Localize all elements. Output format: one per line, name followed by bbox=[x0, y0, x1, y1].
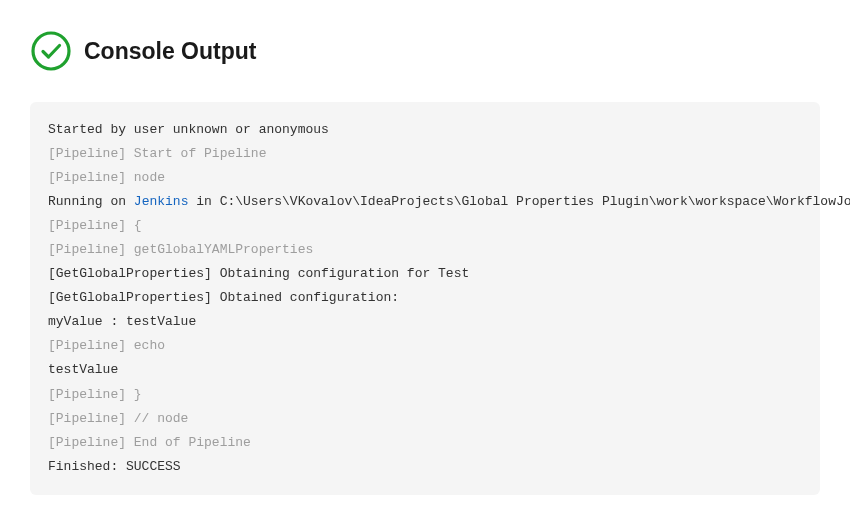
jenkins-link[interactable]: Jenkins bbox=[134, 194, 189, 209]
console-text: [GetGlobalProperties] Obtained configura… bbox=[48, 290, 399, 305]
console-text: [Pipeline] End of Pipeline bbox=[48, 435, 251, 450]
svg-point-0 bbox=[33, 33, 69, 69]
console-line: testValue bbox=[48, 358, 802, 382]
console-text: myValue : testValue bbox=[48, 314, 196, 329]
console-text: [Pipeline] { bbox=[48, 218, 142, 233]
console-text: [GetGlobalProperties] Obtaining configur… bbox=[48, 266, 469, 281]
console-line: [GetGlobalProperties] Obtained configura… bbox=[48, 286, 802, 310]
console-text: in C:\Users\VKovalov\IdeaProjects\Global… bbox=[188, 194, 850, 209]
console-text: [Pipeline] node bbox=[48, 170, 165, 185]
console-line: [Pipeline] node bbox=[48, 166, 802, 190]
console-line: Finished: SUCCESS bbox=[48, 455, 802, 479]
console-line: myValue : testValue bbox=[48, 310, 802, 334]
page-header: Console Output bbox=[30, 30, 820, 72]
console-line: [GetGlobalProperties] Obtaining configur… bbox=[48, 262, 802, 286]
console-line: [Pipeline] Start of Pipeline bbox=[48, 142, 802, 166]
console-text: [Pipeline] echo bbox=[48, 338, 165, 353]
console-text: Running on bbox=[48, 194, 134, 209]
console-line: [Pipeline] getGlobalYAMLProperties bbox=[48, 238, 802, 262]
console-text: Started by user unknown or anonymous bbox=[48, 122, 329, 137]
console-line: Running on Jenkins in C:\Users\VKovalov\… bbox=[48, 190, 802, 214]
console-line: [Pipeline] { bbox=[48, 214, 802, 238]
console-text: [Pipeline] } bbox=[48, 387, 142, 402]
console-line: Started by user unknown or anonymous bbox=[48, 118, 802, 142]
console-text: testValue bbox=[48, 362, 118, 377]
console-text: [Pipeline] Start of Pipeline bbox=[48, 146, 266, 161]
success-icon bbox=[30, 30, 72, 72]
console-text: [Pipeline] // node bbox=[48, 411, 188, 426]
page-title: Console Output bbox=[84, 38, 256, 65]
console-line: [Pipeline] } bbox=[48, 383, 802, 407]
console-text: [Pipeline] getGlobalYAMLProperties bbox=[48, 242, 313, 257]
console-output: Started by user unknown or anonymous[Pip… bbox=[30, 102, 820, 495]
console-text: Finished: SUCCESS bbox=[48, 459, 181, 474]
console-line: [Pipeline] End of Pipeline bbox=[48, 431, 802, 455]
console-line: [Pipeline] echo bbox=[48, 334, 802, 358]
console-line: [Pipeline] // node bbox=[48, 407, 802, 431]
